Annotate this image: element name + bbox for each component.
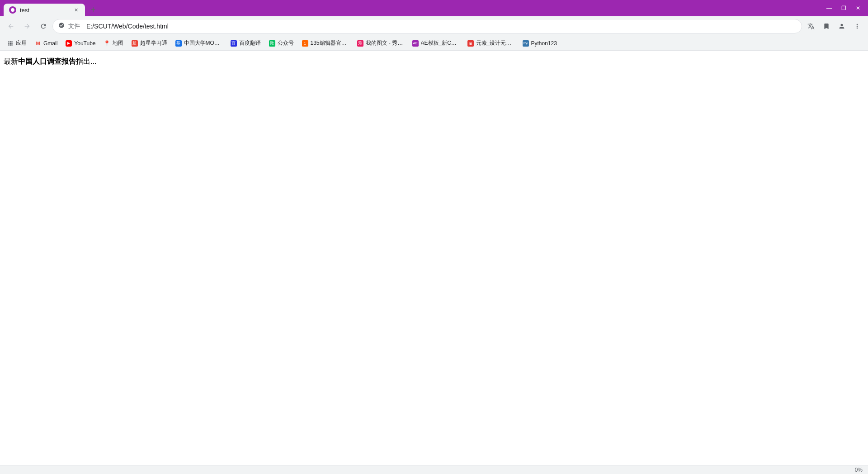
- bookmark-python[interactable]: Py Python123: [519, 38, 561, 48]
- bookmark-youtube[interactable]: ▶ YouTube: [62, 38, 99, 48]
- new-tab-button[interactable]: +: [87, 3, 99, 16]
- map-icon: 📍: [104, 40, 110, 47]
- tab-favicon: [9, 6, 16, 14]
- wechat-icon: 微: [269, 40, 275, 47]
- active-tab[interactable]: test ✕: [4, 4, 85, 16]
- apps-label: 应用: [16, 39, 27, 47]
- gmail-label: Gmail: [43, 40, 57, 47]
- gmail-icon: M: [35, 40, 41, 47]
- tab-title: test: [20, 7, 69, 14]
- moti-label: 元素_设计元素的...: [476, 39, 514, 47]
- bookmark-135[interactable]: 1 135编辑器官网·微...: [298, 38, 353, 49]
- bookmarks-bar: 应用 M Gmail ▶ YouTube 📍 地图 超 超星学习通 慕 中国大学…: [0, 36, 868, 51]
- maximize-button[interactable]: ❐: [837, 2, 850, 14]
- zoom-level: 0%: [855, 467, 863, 473]
- navbar: 文件 E:/SCUT/Web/Code/test.html: [0, 16, 868, 36]
- tab-strip: test ✕ +: [4, 0, 819, 16]
- close-button[interactable]: ✕: [852, 2, 864, 14]
- bookmark-button[interactable]: [819, 19, 834, 33]
- minimize-button[interactable]: —: [823, 2, 835, 14]
- baidu-label: 百度翻译: [239, 39, 261, 47]
- page-text: 最新中国人口调查报告指出...: [4, 56, 864, 67]
- python-label: Python123: [531, 40, 557, 47]
- protocol-label: 文件: [68, 22, 80, 30]
- titlebar: test ✕ + — ❐ ✕: [0, 0, 868, 16]
- baidu-icon: 百: [231, 40, 237, 47]
- highlight-text: 中国人口调查报告: [18, 57, 76, 65]
- window-controls: — ❐ ✕: [823, 2, 864, 14]
- statusbar: 0%: [0, 465, 868, 474]
- account-button[interactable]: [835, 19, 849, 33]
- ae-icon: AE: [412, 40, 419, 47]
- mooc-icon: 慕: [175, 40, 182, 47]
- 135-icon: 1: [302, 40, 308, 47]
- plain-text: 指出...: [76, 57, 96, 65]
- bookmark-gmail[interactable]: M Gmail: [31, 38, 61, 48]
- xiumi-label: 我的图文 - 秀米 Xi...: [366, 39, 404, 47]
- mooc-label: 中国大学MOOC(慕...: [184, 39, 222, 47]
- address-bar[interactable]: 文件 E:/SCUT/Web/Code/test.html: [52, 19, 802, 33]
- bookmark-wechat[interactable]: 微 公众号: [265, 38, 297, 49]
- bookmark-baidu[interactable]: 百 百度翻译: [227, 38, 264, 49]
- python-icon: Py: [523, 40, 529, 47]
- bookmark-chaoxing[interactable]: 超 超星学习通: [128, 38, 171, 49]
- bookmark-apps[interactable]: 应用: [4, 38, 30, 49]
- nav-actions: [804, 19, 864, 33]
- xiumi-icon: 秀: [357, 40, 363, 47]
- forward-button[interactable]: [20, 19, 34, 33]
- 135-label: 135编辑器官网·微...: [311, 39, 349, 47]
- refresh-button[interactable]: [36, 19, 51, 33]
- bookmark-mooc[interactable]: 慕 中国大学MOOC(慕...: [172, 38, 226, 49]
- chaoxing-icon: 超: [132, 40, 138, 47]
- apps-icon: [7, 40, 14, 47]
- protocol-icon: [58, 22, 65, 30]
- map-label: 地图: [113, 39, 123, 47]
- ae-label: AE模板_新CG儿·...: [421, 39, 459, 47]
- bookmark-map[interactable]: 📍 地图: [100, 38, 127, 49]
- back-button[interactable]: [4, 19, 18, 33]
- menu-button[interactable]: [850, 19, 864, 33]
- bookmark-moti[interactable]: m 元素_设计元素的...: [464, 38, 518, 49]
- youtube-label: YouTube: [74, 40, 95, 47]
- page-content: 最新中国人口调查报告指出...: [0, 51, 868, 474]
- translate-button[interactable]: [804, 19, 818, 33]
- chaoxing-label: 超星学习通: [140, 39, 167, 47]
- bookmark-ae[interactable]: AE AE模板_新CG儿·...: [409, 38, 463, 49]
- moti-icon: m: [467, 40, 474, 47]
- bookmark-xiumi[interactable]: 秀 我的图文 - 秀米 Xi...: [354, 38, 408, 49]
- wechat-label: 公众号: [278, 39, 294, 47]
- youtube-icon: ▶: [66, 40, 72, 47]
- tab-close-button[interactable]: ✕: [72, 6, 80, 14]
- url-text: E:/SCUT/Web/Code/test.html: [86, 23, 796, 30]
- svg-point-0: [11, 8, 14, 12]
